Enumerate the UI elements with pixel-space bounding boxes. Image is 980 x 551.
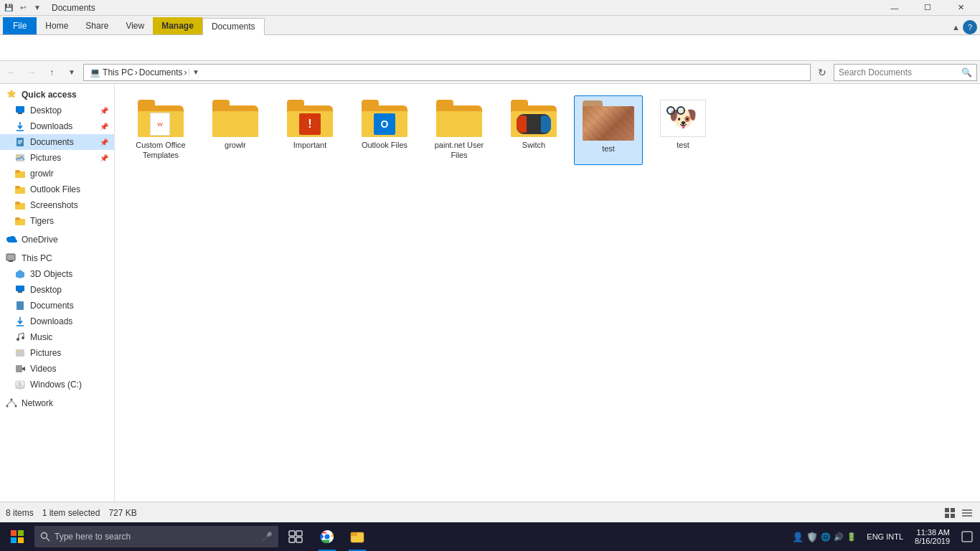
search-input[interactable]: [839, 67, 958, 77]
svg-line-39: [11, 401, 16, 405]
sidebar-item-desktop[interactable]: Desktop 📌: [0, 103, 114, 118]
taskbar-app-chrome[interactable]: [313, 522, 341, 551]
taskbar-tray-icons: 👤 🛡️ 🌐 🔊 🔋: [789, 532, 859, 542]
tab-share[interactable]: Share: [77, 17, 117, 34]
sidebar-item-tigers[interactable]: Tigers: [0, 213, 114, 229]
address-documents: Documents: [139, 67, 183, 77]
file-item-custom-office[interactable]: W Custom Office Templates: [126, 95, 195, 165]
qat-icon-2[interactable]: ↩: [17, 2, 29, 14]
sidebar-item-this-pc[interactable]: This PC: [0, 250, 114, 266]
tab-view[interactable]: View: [117, 17, 153, 34]
folder-icon-switch: [511, 100, 557, 137]
nav-up[interactable]: ↑: [43, 64, 60, 81]
tab-file[interactable]: File: [3, 17, 37, 34]
taskbar-clock[interactable]: 11:38 AM 8/16/2019: [910, 528, 954, 545]
tab-manage[interactable]: Manage: [153, 17, 202, 34]
notification-button[interactable]: [957, 522, 977, 551]
taskbar-volume-icon[interactable]: 🔊: [834, 532, 844, 542]
qat-icon-1[interactable]: 💾: [3, 2, 14, 14]
sidebar-network-label: Network: [22, 398, 108, 408]
sidebar-item-onedrive[interactable]: OneDrive: [0, 232, 114, 248]
sidebar-item-pictures-pc[interactable]: Pictures: [0, 345, 114, 361]
svg-point-8: [17, 156, 19, 158]
screenshots-icon: [14, 199, 26, 211]
sidebar-item-pictures[interactable]: Pictures 📌: [0, 150, 114, 166]
search-icon: 🔍: [961, 67, 972, 77]
svg-marker-30: [22, 367, 25, 371]
maximize-button[interactable]: ☐: [911, 0, 944, 16]
taskbar-battery-icon[interactable]: 🔋: [847, 532, 857, 542]
nav-back[interactable]: ←: [3, 64, 20, 81]
svg-rect-23: [17, 301, 24, 310]
tab-documents[interactable]: Documents: [202, 18, 265, 35]
sidebar-item-network[interactable]: Network: [0, 395, 114, 411]
taskbar-time-display: 11:38 AM: [917, 528, 950, 537]
file-item-switch[interactable]: Switch: [499, 95, 568, 165]
view-details[interactable]: [960, 506, 974, 520]
file-item-growlr[interactable]: growlr: [201, 95, 270, 165]
recent-locations[interactable]: ▼: [63, 64, 80, 81]
qat-icon-3[interactable]: ▼: [32, 2, 43, 14]
sidebar-item-documents-pc[interactable]: Documents: [0, 298, 114, 314]
sidebar-item-documents[interactable]: Documents 📌: [0, 134, 114, 150]
nav-forward[interactable]: →: [23, 64, 40, 81]
microphone-icon[interactable]: 🎤: [262, 532, 273, 542]
sidebar-this-pc-label: This PC: [22, 253, 108, 263]
svg-point-35: [11, 399, 13, 401]
sidebar-item-3d-objects[interactable]: 3D Objects: [0, 266, 114, 282]
svg-point-37: [15, 405, 17, 408]
svg-rect-43: [951, 514, 955, 518]
sidebar-item-outlook-files[interactable]: Outlook Files: [0, 182, 114, 197]
view-large-icons[interactable]: [943, 506, 957, 520]
ribbon-collapse[interactable]: ▲: [952, 23, 960, 32]
folder-icon-outlook: O: [362, 100, 407, 137]
sidebar-item-downloads-pc[interactable]: Downloads: [0, 314, 114, 329]
address-box[interactable]: 💻 This PC › Documents › ▼: [83, 64, 811, 81]
file-item-test-folder[interactable]: test: [574, 95, 643, 165]
pin-icon-pictures: 📌: [100, 154, 108, 162]
sidebar-item-desktop-pc[interactable]: Desktop: [0, 282, 114, 298]
taskbar-network-icon[interactable]: 🌐: [821, 532, 831, 542]
sidebar-item-quick-access[interactable]: Quick access: [0, 87, 114, 103]
videos-icon: [14, 363, 26, 375]
start-button[interactable]: [3, 522, 32, 551]
close-button[interactable]: ✕: [944, 0, 977, 16]
file-item-test-file[interactable]: 🐶 test: [649, 95, 717, 165]
sidebar-item-videos[interactable]: Videos: [0, 361, 114, 377]
svg-rect-14: [15, 202, 20, 204]
minimize-button[interactable]: —: [878, 0, 911, 16]
svg-point-25: [17, 338, 19, 341]
taskbar-search-placeholder: Type here to search: [55, 532, 131, 542]
sidebar-item-windows-c[interactable]: C: Windows (C:): [0, 377, 114, 392]
help-button[interactable]: ?: [963, 20, 977, 34]
sidebar-item-growlr[interactable]: growlr: [0, 166, 114, 182]
title-bar-icons: 💾 ↩ ▼: [3, 2, 43, 14]
address-bar-row: ← → ↑ ▼ 💻 This PC › Documents › ▼ ↻ 🔍: [0, 61, 980, 84]
taskbar-language[interactable]: ENG INTL: [862, 532, 908, 541]
sidebar-3d-label: 3D Objects: [30, 269, 108, 279]
taskbar-app-explorer[interactable]: [343, 522, 372, 551]
svg-text:C:: C:: [19, 382, 22, 386]
taskbar-task-view[interactable]: [281, 522, 310, 551]
taskbar-user-icon[interactable]: 👤: [792, 532, 804, 542]
svg-rect-48: [18, 530, 24, 536]
taskbar-search-bar[interactable]: Type here to search 🎤: [34, 526, 278, 547]
sidebar-item-downloads[interactable]: Downloads 📌: [0, 118, 114, 134]
file-item-paintnet[interactable]: paint.net User Files: [425, 95, 494, 165]
address-dropdown[interactable]: ▼: [189, 68, 203, 76]
sidebar-item-music[interactable]: Music: [0, 329, 114, 345]
folder-icon-paintnet: [436, 100, 482, 137]
tab-home[interactable]: Home: [37, 17, 77, 34]
sidebar-item-screenshots[interactable]: Screenshots: [0, 197, 114, 213]
file-item-outlook-files[interactable]: O Outlook Files: [350, 95, 419, 165]
desktop-icon: [14, 105, 26, 116]
svg-rect-42: [945, 514, 949, 518]
refresh-button[interactable]: ↻: [814, 64, 831, 81]
status-bar: 8 items 1 item selected 727 KB: [0, 501, 980, 523]
taskbar-shield-icon[interactable]: 🛡️: [806, 532, 818, 542]
svg-rect-49: [11, 537, 17, 543]
onedrive-icon: [6, 234, 17, 245]
file-item-important[interactable]: ! Important: [275, 95, 344, 165]
file-label-paintnet: paint.net User Files: [429, 140, 489, 161]
music-icon: [14, 331, 26, 343]
